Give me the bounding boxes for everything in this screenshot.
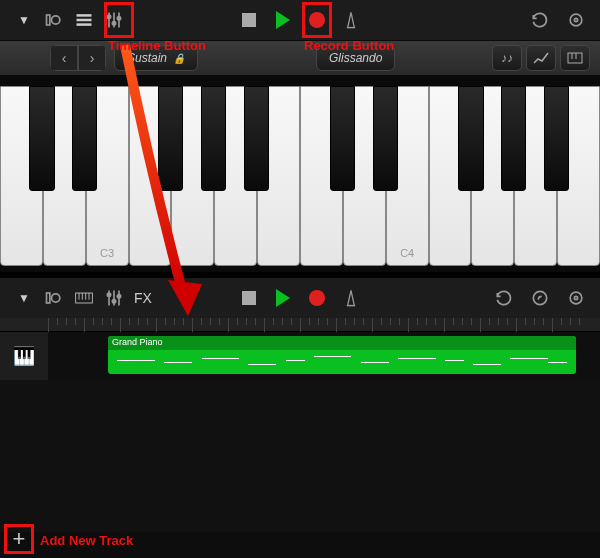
record-button[interactable] — [303, 6, 331, 34]
white-key[interactable] — [171, 86, 214, 266]
mixer-icon[interactable] — [100, 6, 128, 34]
lock-icon: 🔒 — [173, 53, 185, 64]
settings-icon[interactable] — [562, 6, 590, 34]
white-key[interactable] — [471, 86, 514, 266]
white-key[interactable] — [300, 86, 343, 266]
track-content[interactable]: Grand Piano — [48, 332, 600, 380]
record-button-2[interactable] — [303, 284, 331, 312]
timeline-ruler[interactable] — [0, 318, 600, 332]
play-button[interactable] — [269, 6, 297, 34]
white-key[interactable]: C3 — [86, 86, 129, 266]
mixer-icon-2[interactable] — [100, 284, 128, 312]
svg-point-33 — [570, 292, 582, 304]
keyboard-split-icon[interactable] — [560, 45, 590, 71]
keyboard-view-button[interactable] — [70, 284, 98, 312]
white-key[interactable] — [343, 86, 386, 266]
svg-point-13 — [574, 18, 577, 21]
svg-point-9 — [112, 22, 115, 25]
octave-navigation: ‹ › — [50, 45, 106, 71]
white-key[interactable] — [429, 86, 472, 266]
timeline-button[interactable] — [70, 6, 98, 34]
svg-rect-14 — [568, 53, 582, 63]
grand-piano-icon: 🎹 — [13, 345, 35, 367]
svg-rect-20 — [76, 293, 93, 303]
browser-icon[interactable] — [40, 6, 68, 34]
menu-dropdown[interactable]: ▼ — [10, 6, 38, 34]
track-area: 🎹 Grand Piano — [0, 332, 600, 532]
svg-point-12 — [570, 14, 582, 26]
svg-rect-3 — [77, 19, 92, 22]
white-key[interactable] — [557, 86, 600, 266]
svg-point-1 — [52, 16, 60, 24]
label-timeline: Timeline Button — [108, 38, 206, 53]
white-key[interactable]: C4 — [386, 86, 429, 266]
metronome-icon-2[interactable] — [337, 284, 365, 312]
track-row[interactable]: 🎹 Grand Piano — [0, 332, 600, 380]
menu-dropdown-2[interactable]: ▼ — [10, 284, 38, 312]
svg-rect-2 — [77, 14, 92, 17]
region-name: Grand Piano — [108, 336, 576, 350]
white-key[interactable] — [43, 86, 86, 266]
label-record: Record Button — [304, 38, 394, 53]
keyboard-view: Timeline Button Record Button ▼ ‹ › Sust… — [0, 0, 600, 272]
white-key[interactable] — [129, 86, 172, 266]
stop-button[interactable] — [235, 6, 263, 34]
svg-point-19 — [52, 294, 60, 302]
keyboard-controls-row: ‹ › Sustain 🔒 Glissando ♪♪ — [0, 40, 600, 76]
white-key[interactable] — [0, 86, 43, 266]
octave-up-button[interactable]: › — [78, 45, 106, 71]
undo-icon-2[interactable] — [490, 284, 518, 312]
white-key[interactable] — [514, 86, 557, 266]
svg-point-28 — [107, 293, 110, 296]
note-mode-icon[interactable]: ♪♪ — [492, 45, 522, 71]
sustain-label: Sustain — [127, 51, 167, 65]
piano-keyboard[interactable]: C3C4 — [0, 76, 600, 272]
label-add: Add New Track — [40, 533, 133, 548]
white-key[interactable] — [257, 86, 300, 266]
scale-mode-icon[interactable] — [526, 45, 556, 71]
stop-button-2[interactable] — [235, 284, 263, 312]
svg-point-30 — [117, 295, 120, 298]
svg-point-32 — [533, 291, 546, 304]
svg-point-34 — [574, 296, 577, 299]
svg-point-8 — [107, 15, 110, 18]
metronome-icon[interactable] — [337, 6, 365, 34]
info-icon[interactable] — [526, 284, 554, 312]
bottom-toolbar: ▼ FX — [0, 278, 600, 318]
top-toolbar: ▼ — [0, 0, 600, 40]
settings-icon-2[interactable] — [562, 284, 590, 312]
octave-down-button[interactable]: ‹ — [50, 45, 78, 71]
svg-rect-0 — [47, 15, 50, 25]
play-button-2[interactable] — [269, 284, 297, 312]
glissando-label: Glissando — [329, 51, 382, 65]
midi-region[interactable]: Grand Piano — [108, 336, 576, 374]
fx-button[interactable]: FX — [134, 290, 152, 306]
svg-rect-4 — [77, 23, 92, 26]
browser-icon-2[interactable] — [40, 284, 68, 312]
undo-icon[interactable] — [526, 6, 554, 34]
svg-rect-18 — [47, 293, 50, 303]
timeline-view: ▼ FX 🎹 Grand Piano — [0, 278, 600, 558]
add-track-button[interactable]: + — [8, 528, 30, 550]
track-header[interactable]: 🎹 — [0, 332, 48, 380]
white-key[interactable] — [214, 86, 257, 266]
region-notes — [108, 350, 576, 374]
svg-point-29 — [112, 300, 115, 303]
svg-point-10 — [117, 17, 120, 20]
